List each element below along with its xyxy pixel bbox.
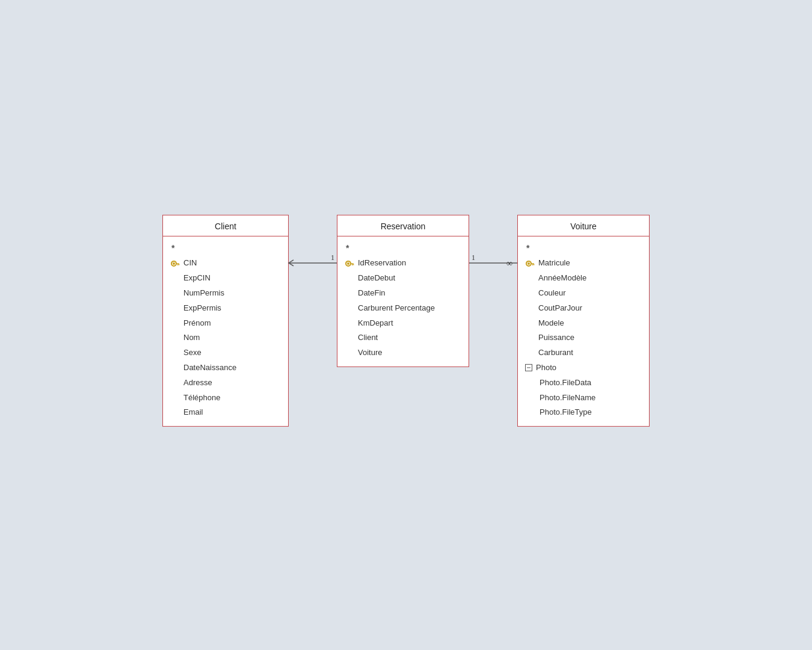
svg-text:1: 1 [331,253,334,262]
voiture-entity: Voiture * Matricule AnnéeModèle Co [517,215,650,427]
client-field-exppermis: ExpPermis [163,301,288,316]
reservation-field-id: IdReservation [337,256,469,271]
client-field-email: Email [163,405,288,420]
voiture-field-couleur: Couleur [518,286,649,301]
client-asterisk: * [163,240,288,256]
key-icon-reservation [345,259,354,268]
reservation-field-client: Client [337,330,469,345]
voiture-field-carburant: Carburant [518,345,649,361]
key-icon [170,259,180,268]
svg-rect-5 [176,263,179,264]
svg-rect-11 [352,264,353,265]
voiture-field-filetype: Photo.FileType [518,405,649,420]
voiture-field-matricule: Matricule [518,256,649,271]
client-field-cin: CIN [163,256,288,271]
client-field-datenaissance: DateNaissance [163,361,288,376]
reservation-field-voiture: Voiture [337,345,469,361]
svg-rect-6 [177,264,179,265]
svg-rect-15 [531,263,534,264]
svg-point-4 [173,262,175,265]
svg-rect-17 [534,264,535,265]
voiture-field-puissance: Puissance [518,330,649,345]
minus-icon [525,364,532,371]
client-title: Client [163,215,288,237]
client-field-expcin: ExpCIN [163,271,288,286]
client-field-sexe: Sexe [163,345,288,361]
voiture-asterisk: * [518,240,649,256]
voiture-field-photo: Photo [518,361,649,376]
client-entity: Client * CIN ExpCIN NumPermis [162,215,289,427]
voiture-field-filedata: Photo.FileData [518,376,649,391]
reservation-asterisk: * [337,240,469,256]
client-field-adresse: Adresse [163,376,288,391]
voiture-title: Voiture [518,215,649,237]
voiture-field-coutparjour: CoutParJour [518,301,649,316]
reservation-field-datefin: DateFin [337,286,469,301]
svg-point-14 [527,262,530,265]
reservation-field-datedebut: DateDebut [337,271,469,286]
client-field-nom: Nom [163,330,288,345]
client-field-numpermis: NumPermis [163,286,288,301]
reservation-title: Reservation [337,215,469,237]
voiture-field-anneemodele: AnnéeModèle [518,271,649,286]
reservation-field-carburent: Carburent Percentage [337,301,469,316]
key-icon-voiture [525,259,535,268]
client-field-prenom: Prénom [163,315,288,330]
reservation-entity: Reservation * IdReservation DateDebut [337,215,469,367]
reservation-field-kmdepart: KmDepart [337,315,469,330]
voiture-field-filename: Photo.FileName [518,390,649,405]
svg-rect-10 [350,263,354,264]
svg-text:1: 1 [472,253,475,262]
svg-rect-16 [532,264,534,265]
svg-text:∞: ∞ [506,259,512,268]
svg-point-9 [347,262,349,265]
voiture-field-modele: Modele [518,315,649,330]
client-field-telephone: Téléphone [163,390,288,405]
svg-rect-12 [353,264,354,265]
svg-rect-7 [179,264,180,265]
